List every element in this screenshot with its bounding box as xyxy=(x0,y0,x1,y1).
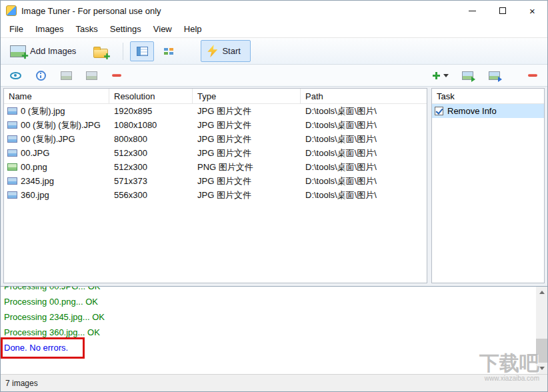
toolbar-separator xyxy=(123,43,123,60)
column-header-name[interactable]: Name xyxy=(4,89,109,103)
main-area: Name Resolution Type Path 0 (复制).jpg 192… xyxy=(1,87,547,286)
file-type: JPG 图片文件 xyxy=(193,147,301,159)
file-path: D:\tools\桌面\图片\ xyxy=(301,189,427,201)
close-button[interactable]: × xyxy=(517,1,547,21)
scroll-up-button[interactable] xyxy=(536,287,547,298)
secondary-toolbar xyxy=(1,65,547,87)
file-type: JPG 图片文件 xyxy=(193,119,301,131)
arrow-icon xyxy=(498,77,502,82)
add-images-button[interactable]: Add Images xyxy=(5,41,81,61)
file-type: PNG 图片文件 xyxy=(193,161,301,173)
maximize-button[interactable] xyxy=(487,1,517,21)
title-bar: Image Tuner - For personal use only × xyxy=(1,1,547,21)
file-name: 00 (复制).JPG xyxy=(21,133,75,145)
add-images-label: Add Images xyxy=(30,46,76,56)
remove-info-checkbox[interactable] xyxy=(435,107,443,115)
file-resolution: 556x300 xyxy=(109,190,193,200)
menu-help[interactable]: Help xyxy=(178,21,208,37)
close-icon: × xyxy=(529,5,535,17)
scroll-thumb[interactable] xyxy=(536,339,547,363)
file-path: D:\tools\桌面\图片\ xyxy=(301,175,427,187)
rotate-right-icon xyxy=(86,71,97,80)
preview-button[interactable] xyxy=(7,67,23,83)
thumbnails-view-button[interactable] xyxy=(157,41,181,61)
rotate-left-button[interactable] xyxy=(58,67,74,83)
rotate-left-icon xyxy=(61,71,72,80)
table-row[interactable]: 2345.jpg 571x373 JPG 图片文件 D:\tools\桌面\图片… xyxy=(4,174,427,188)
file-resolution: 512x300 xyxy=(109,148,193,158)
log-panel: Processing 00.JPG... OK Processing 00.pn… xyxy=(1,286,547,374)
task-toolbar xyxy=(432,67,541,83)
file-path: D:\tools\桌面\图片\ xyxy=(301,161,427,173)
png-file-icon xyxy=(7,163,17,171)
status-bar: 7 images xyxy=(1,374,547,391)
file-path: D:\tools\桌面\图片\ xyxy=(301,133,427,145)
jpg-file-icon xyxy=(7,149,17,157)
scroll-down-button[interactable] xyxy=(536,363,547,374)
table-row[interactable]: 00.png 512x300 PNG 图片文件 D:\tools\桌面\图片\ xyxy=(4,160,427,174)
add-task-button[interactable] xyxy=(432,67,449,83)
image-info-button[interactable] xyxy=(33,67,49,83)
table-row[interactable]: 360.jpg 556x300 JPG 图片文件 D:\tools\桌面\图片\ xyxy=(4,188,427,202)
app-window: Image Tuner - For personal use only × Fi… xyxy=(0,0,548,392)
menu-file[interactable]: File xyxy=(3,21,29,37)
log-line: Processing 2345.jpg... OK xyxy=(4,309,544,325)
log-lines: Processing 00.JPG... OK Processing 00.pn… xyxy=(1,286,547,355)
file-resolution: 512x300 xyxy=(109,162,193,172)
minus-icon xyxy=(528,74,537,77)
chevron-down-icon xyxy=(443,74,449,77)
file-resolution: 571x373 xyxy=(109,176,193,186)
menu-images[interactable]: Images xyxy=(29,21,70,37)
task-item-remove-info[interactable]: Remove Info xyxy=(432,104,544,118)
details-view-button[interactable] xyxy=(130,41,154,61)
file-path: D:\tools\桌面\图片\ xyxy=(301,105,427,117)
table-row[interactable]: 0 (复制).jpg 1920x895 JPG 图片文件 D:\tools\桌面… xyxy=(4,104,427,118)
jpg-file-icon xyxy=(7,191,17,199)
table-row[interactable]: 00 (复制) (复制).JPG 1080x1080 JPG 图片文件 D:\t… xyxy=(4,118,427,132)
maximize-icon xyxy=(499,7,506,14)
eye-icon xyxy=(10,72,21,79)
plus-icon xyxy=(104,53,111,59)
minimize-button[interactable] xyxy=(457,1,487,21)
file-type: JPG 图片文件 xyxy=(193,133,301,145)
jpg-file-icon xyxy=(7,107,17,115)
column-header-type[interactable]: Type xyxy=(193,89,301,103)
add-folder-button[interactable] xyxy=(81,41,116,62)
image-count-status: 7 images xyxy=(5,379,38,388)
start-button[interactable]: Start xyxy=(201,40,250,62)
minimize-icon xyxy=(469,11,476,11)
file-name: 0 (复制).jpg xyxy=(21,105,65,117)
file-type: JPG 图片文件 xyxy=(193,189,301,201)
window-controls: × xyxy=(457,1,547,21)
table-row[interactable]: 00.JPG 512x300 JPG 图片文件 D:\tools\桌面\图片\ xyxy=(4,146,427,160)
file-path: D:\tools\桌面\图片\ xyxy=(301,147,427,159)
import-task-icon xyxy=(489,71,500,80)
file-name: 00.JPG xyxy=(21,148,49,158)
import-task-button[interactable] xyxy=(486,67,502,83)
menu-settings[interactable]: Settings xyxy=(104,21,147,37)
log-line: Processing 00.png... OK xyxy=(4,294,544,309)
file-type: JPG 图片文件 xyxy=(193,105,301,117)
task-panel-header: Task xyxy=(432,89,544,104)
table-row[interactable]: 00 (复制).JPG 800x800 JPG 图片文件 D:\tools\桌面… xyxy=(4,132,427,146)
remove-image-button[interactable] xyxy=(109,67,125,83)
menu-view[interactable]: View xyxy=(147,21,178,37)
file-name: 360.jpg xyxy=(21,190,49,200)
jpg-file-icon xyxy=(7,121,17,129)
menu-bar: File Images Tasks Settings View Help xyxy=(1,21,547,38)
column-header-resolution[interactable]: Resolution xyxy=(109,89,193,103)
arrow-icon xyxy=(471,77,475,82)
file-list-header: Name Resolution Type Path xyxy=(4,89,427,104)
remove-task-button[interactable] xyxy=(525,67,541,83)
file-name: 2345.jpg xyxy=(21,176,54,186)
export-task-icon xyxy=(462,71,473,80)
log-scrollbar[interactable] xyxy=(536,287,547,374)
menu-tasks[interactable]: Tasks xyxy=(70,21,104,37)
lightning-icon xyxy=(207,45,217,57)
column-header-path[interactable]: Path xyxy=(301,89,427,103)
export-task-button[interactable] xyxy=(459,67,475,83)
rotate-right-button[interactable] xyxy=(83,67,99,83)
file-resolution: 800x800 xyxy=(109,134,193,144)
file-list-panel: Name Resolution Type Path 0 (复制).jpg 192… xyxy=(3,88,427,283)
info-icon xyxy=(36,71,46,81)
